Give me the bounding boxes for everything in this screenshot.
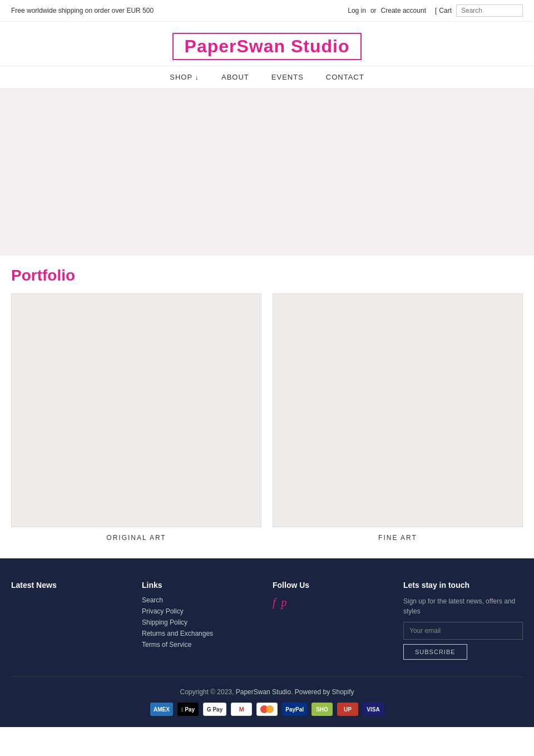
nav-item-events[interactable]: EVENTS (271, 73, 304, 81)
portfolio-section: Portfolio ORIGINAL ART FINE ART (0, 256, 534, 558)
footer-link-privacy[interactable]: Privacy Policy (142, 607, 261, 615)
facebook-icon[interactable]: f (273, 596, 276, 609)
footer-grid: Latest News Links Search Privacy Policy … (11, 581, 523, 660)
footer-links: Links Search Privacy Policy Shipping Pol… (142, 581, 261, 660)
powered-by-link[interactable]: Powered by Shopify (295, 688, 354, 696)
site-title-link[interactable]: PaperSwan Studio (172, 46, 362, 54)
top-bar-right: Log in or Create account [ Cart (348, 4, 523, 17)
payment-visa: VISA (363, 703, 384, 716)
payment-maestro: M (231, 703, 252, 716)
footer-follow-us: Follow Us f p (273, 581, 392, 660)
create-account-link[interactable]: Create account (381, 7, 426, 14)
shipping-notice: Free worldwide shipping on order over EU… (11, 7, 154, 14)
payment-mastercard (256, 703, 278, 716)
footer-link-search[interactable]: Search (142, 596, 261, 604)
nav-item-shop[interactable]: SHOP ↓ (170, 73, 199, 81)
footer-newsletter-col: Lets stay in touch Sign up for the lates… (403, 581, 523, 660)
payment-amex: AMEX (150, 703, 173, 716)
payment-shopify: SHO (312, 703, 333, 716)
fine-art-label: FINE ART (273, 534, 523, 542)
payment-icons: AMEX  Pay G Pay M PayPal SHO UP VISA (11, 703, 523, 716)
footer-bottom: Copyright © 2023, PaperSwan Studio. Powe… (11, 676, 523, 716)
follow-us-title: Follow Us (273, 581, 392, 590)
main-nav: SHOP ↓ ABOUT EVENTS CONTACT (0, 66, 534, 89)
footer-link-shipping[interactable]: Shipping Policy (142, 618, 261, 626)
top-bar: Free worldwide shipping on order over EU… (0, 0, 534, 22)
newsletter-title: Lets stay in touch (403, 581, 523, 590)
footer-copyright: Copyright © 2023, PaperSwan Studio. Powe… (11, 688, 523, 696)
links-title: Links (142, 581, 261, 590)
portfolio-item-original-art[interactable]: ORIGINAL ART (11, 293, 261, 542)
separator: or (370, 7, 377, 14)
nav-item-contact[interactable]: CONTACT (326, 73, 364, 81)
payment-googlepay: G Pay (203, 703, 226, 716)
footer-latest-news: Latest News (11, 581, 131, 660)
login-link[interactable]: Log in (348, 7, 366, 14)
email-input[interactable] (403, 622, 523, 640)
original-art-label: ORIGINAL ART (11, 534, 261, 542)
pinterest-icon[interactable]: p (281, 596, 287, 609)
newsletter-description: Sign up for the latest news, offers and … (403, 596, 523, 616)
footer-link-returns[interactable]: Returns and Exchanges (142, 630, 261, 637)
payment-applepay:  Pay (177, 703, 199, 716)
payment-paypal: PayPal (282, 703, 307, 716)
subscribe-button[interactable]: SUBSCRIBE (403, 644, 467, 660)
latest-news-title: Latest News (11, 581, 131, 590)
cart-link[interactable]: Cart (439, 7, 452, 14)
payment-unionpay: UP (337, 703, 358, 716)
cart-area: [ Cart (435, 7, 452, 14)
copyright-text: Copyright © 2023, (180, 688, 234, 696)
footer-newsletter: SUBSCRIBE (403, 622, 523, 660)
shop-name-link[interactable]: PaperSwan Studio (236, 688, 291, 696)
fine-art-image (273, 293, 523, 527)
portfolio-item-fine-art[interactable]: FINE ART (273, 293, 523, 542)
footer: Latest News Links Search Privacy Policy … (0, 558, 534, 727)
original-art-image (11, 293, 261, 527)
site-title: PaperSwan Studio (172, 33, 362, 60)
search-input[interactable] (456, 4, 523, 17)
cart-bracket: [ (435, 7, 437, 14)
nav-item-about[interactable]: ABOUT (221, 73, 249, 81)
hero-banner (0, 89, 534, 256)
footer-social: f p (273, 596, 392, 609)
footer-link-terms[interactable]: Terms of Service (142, 641, 261, 649)
site-header: PaperSwan Studio (0, 22, 534, 66)
portfolio-title: Portfolio (11, 267, 523, 284)
portfolio-grid: ORIGINAL ART FINE ART (11, 293, 523, 542)
